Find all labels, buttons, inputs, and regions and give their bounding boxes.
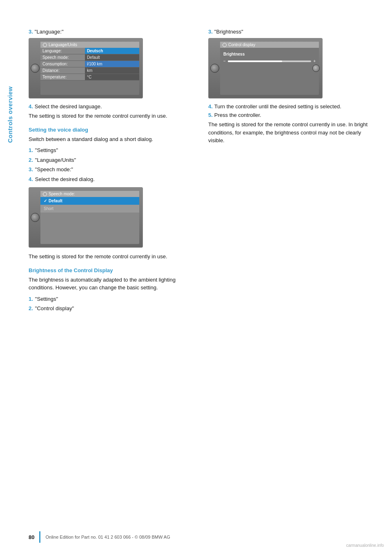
lang-row-2-label: Speech mode: xyxy=(40,54,85,61)
speech-checkmark: ✓ xyxy=(44,199,47,203)
two-column-layout: 3. "Language:" Language/Units Language: xyxy=(29,29,376,317)
lang-screenshot: Language/Units Language: Deutsch Speech … xyxy=(29,38,143,98)
speech-menu: ✓ Default Short xyxy=(40,197,139,213)
voice-step-3: 3. "Speech mode:" xyxy=(29,166,196,174)
brightness-step-2-text: "Control display" xyxy=(35,304,74,313)
voice-step-1: 1. "Settings" xyxy=(29,146,196,154)
speech-item-short-label: Short xyxy=(44,206,53,211)
speech-item-default-label: Default xyxy=(49,199,62,203)
brightness-slider-track xyxy=(228,60,311,62)
brightness-screenshot-inner: Control display Brightness − + xyxy=(220,42,319,95)
brightness-title-text: Control display xyxy=(228,43,255,47)
step3-brightness-num: 3. xyxy=(208,29,213,35)
lang-title-bar: Language/Units xyxy=(40,42,139,48)
lang-row-4-label: Distance: xyxy=(40,67,85,74)
speech-title-bar: Speech mode: xyxy=(40,191,139,197)
step3-lang-text: "Language:" xyxy=(35,29,64,35)
step4-lang: 4. Select the desired language. xyxy=(29,103,196,110)
lang-row-5-label: Temperature: xyxy=(40,74,85,81)
step4-lang-num: 4. xyxy=(29,103,33,110)
brightness-label-text: Brightness xyxy=(223,52,316,56)
settings-icon-lang xyxy=(43,43,47,47)
sidebar-text: Controls overview xyxy=(7,86,13,143)
voice-step-4: 4. Select the desired dialog. xyxy=(29,175,196,184)
step3-lang-num: 3. xyxy=(29,29,33,35)
para1-right: The setting is stored for the remote con… xyxy=(208,121,376,145)
voice-step-1-num: 1. xyxy=(29,146,33,154)
voice-step-4-text: Select the desired dialog. xyxy=(35,175,95,184)
brightness-step-2: 2. "Control display" xyxy=(29,304,196,313)
para2-left: The setting is stored for the remote con… xyxy=(29,253,196,261)
lang-screenshot-inner: Language/Units Language: Deutsch Speech … xyxy=(40,42,139,95)
lang-row-4-value: km xyxy=(85,67,139,74)
brightness-heading: Brightness of the Control Display xyxy=(29,267,196,273)
lang-table: Language: Deutsch Speech mode: Default C… xyxy=(40,48,139,81)
lang-row-3-value: l/100 km xyxy=(85,61,139,67)
step4-brightness: 4. Turn the controller until the desired… xyxy=(208,103,376,110)
step5-brightness-text: Press the controller. xyxy=(214,112,261,118)
lang-row-4: Distance: km xyxy=(40,67,139,74)
speech-title-text: Speech mode: xyxy=(49,192,75,196)
step5-brightness: 5. Press the controller. xyxy=(208,112,376,118)
footer-text: Online Edition for Part no. 01 41 2 603 … xyxy=(45,535,170,539)
speech-screenshot-inner: Speech mode: ✓ Default Short xyxy=(40,191,139,244)
voice-step-4-num: 4. xyxy=(29,175,33,184)
brightness-title-bar: Control display xyxy=(220,42,319,48)
voice-step-2: 2. "Language/Units" xyxy=(29,156,196,164)
footer-divider xyxy=(39,531,40,543)
lang-row-2-value: Default xyxy=(85,54,139,61)
voice-step-3-text: "Speech mode:" xyxy=(35,166,73,174)
knob-right-brightness xyxy=(312,65,320,72)
step4-lang-text: Select the desired language. xyxy=(35,103,102,110)
step4-brightness-num: 4. xyxy=(208,103,213,110)
step3-brightness-text: "Brightness" xyxy=(214,29,243,35)
brightness-slider-fill xyxy=(228,60,282,62)
left-column: 3. "Language:" Language/Units Language: xyxy=(29,29,196,317)
brightness-slider-row: − + xyxy=(223,59,316,63)
lang-row-2: Speech mode: Default xyxy=(40,54,139,61)
knob-left-lang xyxy=(31,64,40,73)
voice-step-3-num: 3. xyxy=(29,166,33,174)
speech-screenshot: Speech mode: ✓ Default Short xyxy=(29,187,143,248)
knob-left-brightness xyxy=(210,64,219,73)
voice-step-1-text: "Settings" xyxy=(35,146,58,154)
page-number: 80 xyxy=(29,534,34,540)
voice-dialog-intro: Switch between a standard dialog and a s… xyxy=(29,135,196,143)
brightness-steps-list: 1. "Settings" 2. "Control display" xyxy=(29,295,196,313)
voice-dialog-heading: Setting the voice dialog xyxy=(29,127,196,133)
lang-row-1: Language: Deutsch xyxy=(40,48,139,54)
lang-row-1-value: Deutsch xyxy=(85,48,139,54)
lang-row-3-label: Consumption: xyxy=(40,61,85,67)
brightness-screenshot: Control display Brightness − + xyxy=(208,38,323,98)
brightness-intro: The brightness is automatically adapted … xyxy=(29,276,196,292)
step4-brightness-text: Turn the controller until the desired se… xyxy=(214,103,341,110)
lang-row-3: Consumption: l/100 km xyxy=(40,61,139,67)
brightness-slider-area: Brightness − + xyxy=(220,48,319,66)
footer: 80 Online Edition for Part no. 01 41 2 6… xyxy=(0,531,392,543)
brightness-step-1: 1. "Settings" xyxy=(29,295,196,303)
lang-row-5-value: °C xyxy=(85,74,139,81)
brightness-step-1-num: 1. xyxy=(29,295,33,303)
brightness-minus: − xyxy=(223,59,226,63)
watermark: carmanualonline.info xyxy=(346,543,384,548)
brightness-plus: + xyxy=(313,59,316,63)
settings-icon-brightness xyxy=(223,43,227,47)
voice-step-2-num: 2. xyxy=(29,156,33,164)
page-container: Controls overview 3. "Language:" Langua xyxy=(0,0,392,555)
voice-steps-list: 1. "Settings" 2. "Language/Units" 3. "Sp… xyxy=(29,146,196,183)
lang-row-5: Temperature: °C xyxy=(40,74,139,81)
speech-item-default: ✓ Default xyxy=(40,197,139,205)
sidebar-label: Controls overview xyxy=(0,53,20,176)
content-area: 3. "Language:" Language/Units Language: xyxy=(29,25,376,317)
settings-icon-speech xyxy=(43,192,47,196)
voice-step-2-text: "Language/Units" xyxy=(35,156,76,164)
step5-brightness-num: 5. xyxy=(208,112,213,118)
lang-row-1-label: Language: xyxy=(40,48,85,54)
speech-item-short: Short xyxy=(40,205,139,213)
knob-left-speech xyxy=(31,213,40,222)
right-column: 3. "Brightness" Control display Brightne… xyxy=(208,29,376,317)
brightness-step-1-text: "Settings" xyxy=(35,295,58,303)
step3-brightness: 3. "Brightness" xyxy=(208,29,376,35)
brightness-step-2-num: 2. xyxy=(29,304,33,313)
lang-title-text: Language/Units xyxy=(49,43,77,47)
